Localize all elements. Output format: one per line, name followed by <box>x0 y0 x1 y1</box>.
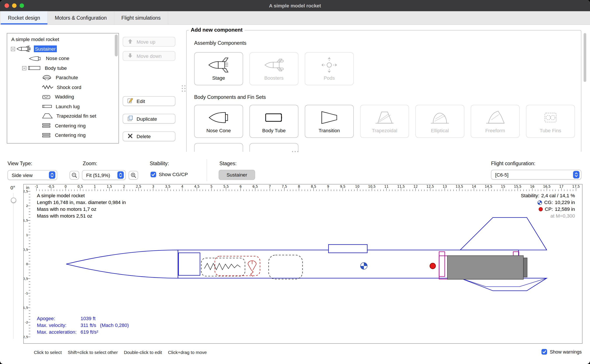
collapse-toggle-icon[interactable] <box>11 47 15 51</box>
move-up-button[interactable]: Move up <box>123 37 175 47</box>
status-hints: Click to select Shift+click to select ot… <box>34 350 207 355</box>
centering-ring-icon <box>42 123 52 128</box>
component-button-label: Body Tube <box>262 128 286 133</box>
max-velocity-value: 311 ft/s <box>80 322 96 328</box>
svg-text:-2: -2 <box>25 320 28 324</box>
tree-item-trapezoidal-fin-set[interactable]: Trapezoidal fin set <box>7 111 119 121</box>
minimize-window-icon[interactable] <box>12 3 17 8</box>
group-label-assembly: Assembly Components <box>194 40 247 46</box>
select-stepper-icon <box>117 171 124 179</box>
edit-icon <box>127 98 133 105</box>
svg-text:6,5: 6,5 <box>253 185 258 188</box>
shock-cord-icon <box>42 85 53 90</box>
tree-item-launch-lug[interactable]: Launch lug <box>7 102 119 111</box>
apogee-label: Apogee: <box>37 315 81 322</box>
svg-text:15: 15 <box>501 185 505 188</box>
tab-rocket-design[interactable]: Rocket design <box>1 11 47 25</box>
component-tree[interactable]: A simple model rocket Sustainer Nose con… <box>7 33 119 143</box>
delete-button[interactable]: Delete <box>123 131 175 141</box>
add-nose-cone-button[interactable]: Nose Cone <box>194 105 243 138</box>
add-boosters-button[interactable]: Boosters <box>249 52 299 85</box>
component-button-partial[interactable] <box>249 143 299 152</box>
svg-text:3: 3 <box>152 185 154 188</box>
add-freeform-fin-button[interactable]: Freeform <box>471 105 520 138</box>
tree-item-nose-cone[interactable]: Nose cone <box>7 54 119 63</box>
mach-note: at M=0,300 <box>550 213 575 219</box>
zoom-select[interactable]: Fit (51,9%) <box>82 170 126 180</box>
main-tab-bar: Rocket design Motors & Configuration Fli… <box>0 11 590 25</box>
add-stage-button[interactable]: Stage <box>194 52 243 85</box>
panel-scrollbar[interactable] <box>584 33 586 82</box>
max-acceleration-value: 619 ft/s² <box>80 329 98 335</box>
add-trapezoidal-fin-button[interactable]: Trapezoidal <box>360 105 409 138</box>
add-pods-button[interactable]: Pods <box>305 52 354 85</box>
tree-root-item[interactable]: A simple model rocket <box>7 34 119 44</box>
tree-item-shock-cord[interactable]: Shock cord <box>7 83 119 92</box>
stage-sustainer-toggle[interactable]: Sustainer <box>219 170 255 180</box>
zoom-window-icon[interactable] <box>20 3 24 8</box>
cp-value: 12,589 in <box>555 206 575 213</box>
move-down-icon <box>127 52 133 59</box>
tree-item-parachute[interactable]: Parachute <box>7 73 119 83</box>
title-bar[interactable]: A simple model rocket <box>0 0 590 11</box>
view-type-label: View Type: <box>7 161 32 167</box>
rocket-length: Length 16,748 in, max. diameter 0,984 in <box>37 199 126 206</box>
tab-flight-simulations[interactable]: Flight simulations <box>114 11 168 25</box>
rocket-drawing[interactable] <box>66 218 547 291</box>
show-warnings-checkbox[interactable]: Show warnings <box>542 349 582 355</box>
zoom-in-button[interactable] <box>129 171 138 180</box>
component-button-label: Freeform <box>485 128 505 133</box>
rotation-slider-thumb[interactable] <box>11 197 16 203</box>
zoom-out-icon <box>71 172 77 178</box>
add-body-tube-button[interactable]: Body Tube <box>249 105 299 138</box>
tab-label: Motors & Configuration <box>55 15 107 21</box>
svg-text:12: 12 <box>413 185 418 188</box>
max-velocity-label: Max. velocity: <box>37 322 81 329</box>
tree-item-sustainer[interactable]: Sustainer <box>7 44 119 54</box>
horizontal-ruler: -1-0,500,511,522,533,544,555,566,577,588… <box>35 185 580 191</box>
tree-item-centering-ring[interactable]: Centering ring <box>7 121 119 130</box>
view-type-select[interactable]: Side view <box>7 170 57 180</box>
close-window-icon[interactable] <box>5 3 9 8</box>
component-button-partial[interactable] <box>194 143 243 152</box>
add-tube-fins-button[interactable]: Tube Fins <box>526 105 575 138</box>
component-button-label: Transition <box>319 128 340 133</box>
svg-text:2: 2 <box>26 204 28 208</box>
stages-label: Stages: <box>219 161 237 167</box>
move-down-button[interactable]: Move down <box>123 51 175 61</box>
rocket-mass-empty: Mass with no motors 1,7 oz <box>37 206 126 213</box>
rotation-slider-track[interactable] <box>13 193 13 339</box>
tree-item-centering-ring[interactable]: Centering ring <box>7 130 119 140</box>
svg-text:1,5: 1,5 <box>107 185 112 188</box>
add-transition-button[interactable]: Transition <box>305 105 354 138</box>
splitter-handle-icon[interactable] <box>182 85 186 92</box>
tree-item-label: Trapezoidal fin set <box>55 113 97 119</box>
component-button-label: Pods <box>324 75 335 81</box>
duplicate-button[interactable]: Duplicate <box>123 114 175 124</box>
show-cgcp-checkbox[interactable]: Show CG/CP <box>151 172 188 177</box>
rocket-view-canvas[interactable]: -1-0,500,511,522,533,544,555,566,577,588… <box>23 184 583 344</box>
collapse-toggle-icon[interactable] <box>22 66 27 70</box>
fin-set-icon <box>42 113 53 119</box>
tree-scrollbar[interactable] <box>115 34 118 56</box>
button-label: Move up <box>137 39 155 45</box>
svg-text:2: 2 <box>123 185 125 188</box>
zoom-out-button[interactable] <box>70 171 79 180</box>
svg-text:11,5: 11,5 <box>397 185 405 188</box>
svg-text:5,5: 5,5 <box>223 185 229 188</box>
add-elliptical-fin-button[interactable]: Elliptical <box>416 105 464 138</box>
toolbar-separator <box>207 159 207 181</box>
tube-fins-icon <box>540 109 561 126</box>
edit-button[interactable]: Edit <box>123 96 175 106</box>
splitter-handle-icon[interactable] <box>0 151 590 152</box>
wadding-icon <box>42 94 52 99</box>
tree-item-body-tube[interactable]: Body tube <box>7 63 119 73</box>
tab-motors-configuration[interactable]: Motors & Configuration <box>48 11 114 25</box>
tree-item-wadding[interactable]: Wadding <box>7 92 119 102</box>
tree-root-label: A simple model rocket <box>10 36 60 43</box>
flight-configuration-select[interactable]: [C6-5] <box>491 170 581 180</box>
max-acceleration-label: Max. acceleration: <box>37 329 81 335</box>
move-up-icon <box>127 38 133 46</box>
checkbox-label: Show warnings <box>550 349 582 354</box>
svg-text:7,5: 7,5 <box>282 185 287 188</box>
